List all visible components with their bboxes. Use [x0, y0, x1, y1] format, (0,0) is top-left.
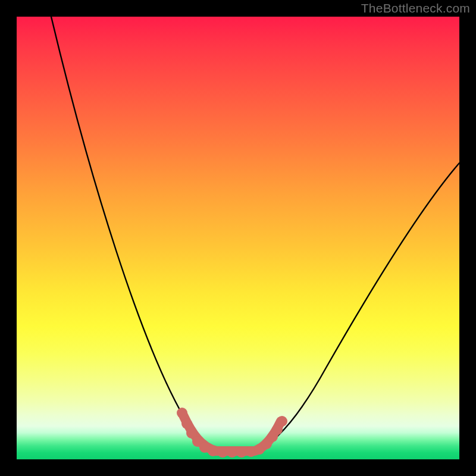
highlight-dot	[227, 447, 237, 458]
outer-frame: TheBottleneck.com	[0, 0, 476, 476]
highlight-dot	[277, 416, 287, 427]
right-curve	[255, 163, 459, 451]
curve-layer	[17, 17, 459, 459]
highlight-dot	[181, 418, 192, 429]
highlight-dot	[217, 447, 228, 458]
plot-area	[17, 17, 459, 459]
highlight-dot	[177, 408, 187, 418]
watermark-text: TheBottleneck.com	[361, 1, 470, 15]
highlight-dots-group	[177, 408, 287, 458]
highlight-dot	[236, 447, 247, 458]
left-curve	[51, 17, 217, 451]
highlight-dot	[208, 446, 218, 456]
